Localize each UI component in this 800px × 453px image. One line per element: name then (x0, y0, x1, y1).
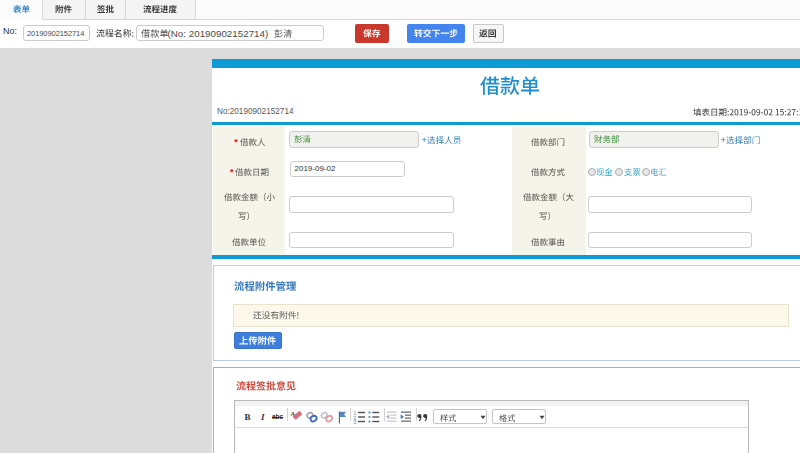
svg-text:3: 3 (354, 420, 357, 425)
